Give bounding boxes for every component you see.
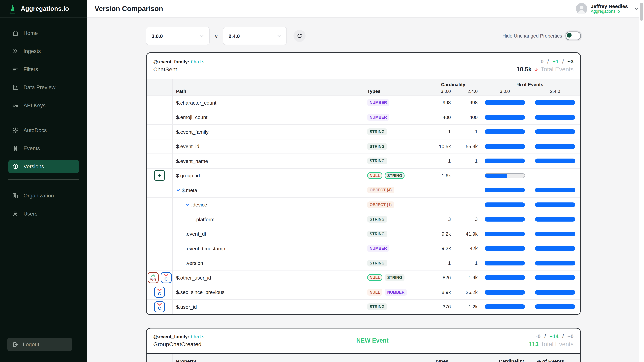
sidebar-item-ingests[interactable]: Ingests bbox=[8, 44, 79, 58]
main-content: 3.0.0 v 2.4.0 Hide Unchanged Properties bbox=[87, 17, 644, 362]
type-badge: NULL bbox=[367, 289, 382, 296]
type-badge: STRING bbox=[367, 143, 387, 150]
property-path: .event_dt bbox=[186, 231, 206, 237]
cardinality-v1: 9.2k bbox=[427, 231, 453, 237]
type-badge: STRING bbox=[385, 274, 404, 281]
col-cardinality: Cardinality bbox=[427, 82, 480, 87]
sidebar-item-api-keys[interactable]: API Keys bbox=[8, 99, 79, 112]
cardinality-v2: 998 bbox=[453, 100, 480, 105]
sidebar-item-filters[interactable]: Filters bbox=[8, 63, 79, 76]
logout-icon bbox=[12, 341, 19, 348]
version-select-right[interactable]: 2.4.0 bbox=[223, 27, 286, 45]
page-scrollbar bbox=[639, 0, 644, 362]
event-family-value[interactable]: Chats bbox=[191, 59, 204, 64]
table-row: .version STRING 1 1 bbox=[146, 256, 580, 271]
sidebar-item-home[interactable]: Home bbox=[8, 26, 79, 40]
property-path: $.character_count bbox=[176, 100, 216, 106]
scrollbar-thumb[interactable] bbox=[640, 3, 643, 21]
col-cardinality-v2: 2.4.0 bbox=[453, 89, 480, 94]
diff-stats: -0/+14/~0 bbox=[529, 333, 574, 339]
expand-chevron-icon[interactable] bbox=[186, 203, 190, 207]
hide-unchanged-toggle[interactable] bbox=[566, 31, 581, 40]
card-header: @.event_family:Chats GroupChatCreated NE… bbox=[146, 328, 580, 354]
expand-chevron-icon[interactable] bbox=[176, 188, 180, 192]
type-badge: STRING bbox=[367, 260, 387, 267]
pct-bar-v1 bbox=[480, 188, 530, 193]
sidebar-item-users[interactable]: Users bbox=[8, 207, 79, 221]
brand-header[interactable]: Aggregations.io bbox=[0, 0, 87, 18]
cardinality-v1: 1 bbox=[427, 260, 453, 266]
pct-bar bbox=[535, 232, 575, 236]
pct-bar bbox=[485, 159, 525, 163]
type-badge: NUMBER bbox=[367, 245, 389, 252]
row-flags bbox=[146, 110, 173, 124]
pct-bar bbox=[485, 115, 525, 120]
sidebar-item-events[interactable]: Events bbox=[8, 142, 79, 155]
table-row: + $.group_id NULLSTRING 1.6k bbox=[146, 168, 580, 183]
pct-bar bbox=[485, 202, 525, 207]
card-header: @.event_family:Chats ChatSent -0/+1/~3 1… bbox=[146, 53, 580, 79]
pct-bar-v2 bbox=[530, 100, 580, 105]
toggle-knob bbox=[567, 33, 572, 37]
refresh-button[interactable] bbox=[293, 30, 306, 42]
row-path-cell: .event_dt bbox=[173, 231, 364, 237]
row-flags bbox=[146, 95, 173, 110]
row-path-cell: $.user_id bbox=[173, 304, 364, 310]
event-name: GroupChatCreated bbox=[153, 341, 204, 348]
row-flags bbox=[146, 125, 173, 139]
sidebar-item-label: Data Preview bbox=[24, 84, 55, 90]
row-flags: + bbox=[146, 168, 173, 183]
total-events-label: Total Events bbox=[541, 66, 574, 73]
pct-bar bbox=[485, 290, 525, 295]
sidebar-item-label: API Keys bbox=[24, 103, 46, 109]
user-menu[interactable]: Jeffrey Needles Aggregations.io bbox=[576, 3, 639, 14]
page-title: Version Comparison bbox=[94, 5, 163, 13]
version-select-left-value: 3.0.0 bbox=[152, 33, 163, 39]
sidebar-item-organization[interactable]: Organization bbox=[8, 189, 79, 202]
cardinality-v1: 1 bbox=[427, 158, 453, 164]
pct-bar-v1 bbox=[480, 144, 530, 149]
percent-null-icon: %n bbox=[148, 272, 158, 283]
row-path-cell: $.sec_since_previous bbox=[173, 290, 364, 295]
property-path: $.group_id bbox=[176, 173, 200, 178]
table-row: .event_dt STRING 9.2k 41.9k bbox=[146, 227, 580, 241]
type-badge: OBJECT (4) bbox=[367, 187, 394, 194]
row-types-cell: NUMBER bbox=[364, 99, 427, 106]
col-cardinality: Cardinality bbox=[448, 359, 524, 362]
col-path: Path bbox=[173, 88, 364, 94]
type-badge: STRING bbox=[367, 158, 387, 164]
col-pct-of-events: % of Events bbox=[480, 82, 580, 87]
sidebar-item-label: Filters bbox=[24, 66, 38, 72]
property-path: $.user_id bbox=[176, 304, 197, 310]
cardinality-v2: 400 bbox=[453, 115, 480, 120]
api-keys-icon bbox=[12, 102, 19, 109]
event-family-value[interactable]: Chats bbox=[191, 334, 204, 339]
cardinality-v1: 400 bbox=[427, 115, 453, 120]
logout-button[interactable]: Logout bbox=[8, 338, 72, 351]
property-path: .version bbox=[186, 260, 203, 266]
cardinality-v1: 1.6k bbox=[427, 173, 453, 178]
sidebar-item-data-preview[interactable]: Data Preview bbox=[8, 81, 79, 94]
col-property: Property bbox=[173, 359, 398, 362]
sidebar-item-autodocs[interactable]: AutoDocs bbox=[8, 124, 79, 137]
table-row: .event_timestamp NUMBER 9.2k 42k bbox=[146, 241, 580, 256]
sidebar-item-versions[interactable]: Versions bbox=[8, 160, 79, 173]
pct-bar-v2 bbox=[530, 246, 580, 251]
event-name: ChatSent bbox=[153, 66, 204, 73]
row-types-cell: STRING bbox=[364, 231, 427, 237]
comparison-card-chatsent: @.event_family:Chats ChatSent -0/+1/~3 1… bbox=[146, 52, 581, 315]
version-select-left[interactable]: 3.0.0 bbox=[146, 27, 210, 45]
stat-part: -0 bbox=[536, 333, 540, 339]
row-path-cell: .platform bbox=[173, 217, 364, 222]
cardinality-icon: C bbox=[160, 272, 172, 283]
brand-name: Aggregations.io bbox=[21, 5, 69, 12]
pct-bar-v2 bbox=[530, 275, 580, 280]
table-row: $.meta OBJECT (4) bbox=[146, 183, 580, 198]
type-badge: NULL bbox=[367, 172, 382, 179]
topbar: Version Comparison Jeffrey Needles Aggre… bbox=[87, 0, 644, 18]
row-path-cell: $.event_family bbox=[173, 129, 364, 135]
pct-bar bbox=[535, 246, 575, 251]
table-header: Property Types Cardinality % of Events bbox=[146, 354, 580, 362]
property-path: .device bbox=[191, 202, 207, 208]
table-row: %nC $.other_user_id NULLSTRING 826 1.9k bbox=[146, 271, 580, 285]
